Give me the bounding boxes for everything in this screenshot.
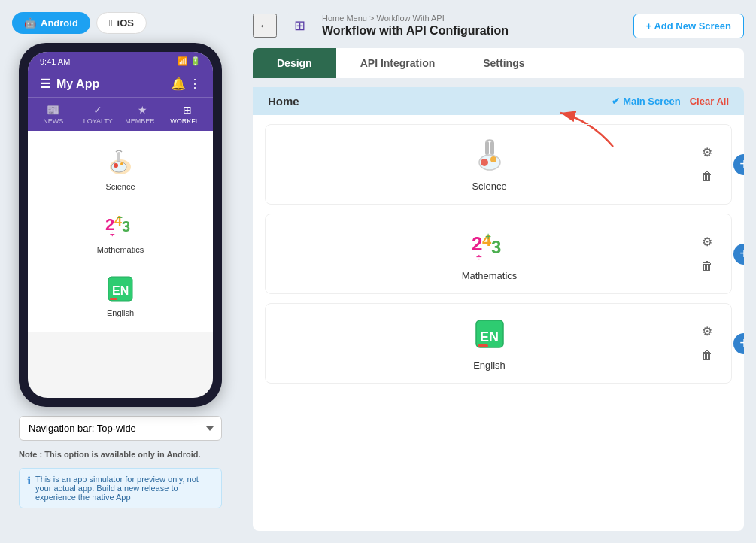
- science-settings-icon[interactable]: ⚙: [698, 144, 716, 162]
- math-delete-icon[interactable]: 🗑: [698, 257, 716, 275]
- page-title: Workflow with API Configuration: [322, 24, 509, 38]
- bell-icon: 🔔 ⋮: [171, 77, 201, 90]
- apple-icon: : [109, 17, 113, 29]
- svg-rect-13: [110, 298, 117, 300]
- phone-status-icons: 📶 🔋: [178, 56, 201, 66]
- svg-text:EN: EN: [112, 284, 129, 297]
- item-card-math: 2 4 3 ÷ + Mathematics ⚙ 🗑: [265, 214, 732, 294]
- android-tab[interactable]: 🤖 Android: [12, 12, 90, 34]
- english-actions: ⚙ 🗑: [698, 323, 716, 365]
- svg-point-3: [114, 163, 118, 168]
- math-content: 2 4 3 ÷ + Mathematics: [281, 226, 698, 281]
- svg-point-19: [490, 156, 496, 162]
- svg-text:÷: ÷: [110, 229, 115, 240]
- nav-news-label: NEWS: [43, 117, 63, 125]
- main-screen-badge: ✔ Main Screen: [612, 96, 681, 107]
- phone-english-label: English: [107, 308, 134, 317]
- nav-workflow[interactable]: ⊞ WORKFL...: [165, 104, 211, 125]
- news-icon: 📰: [47, 104, 59, 116]
- phone-item-math: 2 4 3 ÷ + Mathematics: [37, 203, 204, 260]
- add-screen-button[interactable]: + Add New Screen: [633, 14, 744, 38]
- main-screen-label: Main Screen: [623, 96, 681, 107]
- phone-header-actions: 🔔 ⋮: [171, 77, 201, 91]
- svg-rect-15: [485, 141, 489, 155]
- back-icon: ←: [258, 18, 272, 34]
- math-settings-icon[interactable]: ⚙: [698, 233, 716, 251]
- math-icon: 2 4 3 ÷ +: [470, 226, 509, 265]
- android-icon: 🤖: [24, 17, 36, 29]
- svg-text:÷: ÷: [476, 251, 482, 263]
- svg-point-4: [120, 162, 123, 165]
- breadcrumb-wrap: Home Menu > Workflow With API Workflow w…: [322, 14, 509, 38]
- left-panel: 🤖 Android  iOS 9:41 AM 📶 🔋 ☰ My App 🔔 ⋮: [0, 0, 241, 543]
- nav-workflow-label: WORKFL...: [170, 117, 205, 125]
- home-row: Home ✔ Main Screen Clear All: [253, 87, 744, 115]
- phone-status-bar: 9:41 AM 📶 🔋: [28, 52, 213, 71]
- english-phone-icon: EN: [104, 272, 137, 305]
- home-row-right: ✔ Main Screen Clear All: [612, 96, 729, 107]
- svg-rect-16: [490, 141, 494, 155]
- nav-loyalty[interactable]: ✓ LOYALTY: [76, 104, 121, 125]
- tab-settings[interactable]: Settings: [459, 48, 548, 78]
- info-message: This is an app simulator for preview onl…: [35, 475, 214, 502]
- tab-settings-label: Settings: [483, 57, 524, 69]
- item-card-science: Science ⚙ 🗑: [265, 124, 732, 205]
- items-container: Science ⚙ 🗑 + 2 4 3: [253, 124, 744, 384]
- right-panel: ← ⊞ Home Menu > Workflow With API Workfl…: [241, 0, 756, 543]
- item-card-english: EN English ⚙ 🗑: [265, 303, 732, 384]
- home-label: Home: [268, 95, 299, 108]
- tab-api-integration[interactable]: API Integration: [336, 48, 460, 78]
- plus-button-english[interactable]: +: [733, 333, 744, 354]
- phone-math-label: Mathematics: [97, 245, 144, 254]
- nav-bar-select-wrap: Navigation bar: Top-wide: [19, 416, 222, 441]
- science-actions: ⚙ 🗑: [698, 144, 716, 186]
- nav-member-label: MEMBER...: [125, 117, 160, 125]
- svg-text:3: 3: [491, 237, 501, 257]
- back-button[interactable]: ←: [253, 14, 277, 38]
- tabs-bar: Design API Integration Settings: [253, 48, 744, 78]
- phone-mockup: 9:41 AM 📶 🔋 ☰ My App 🔔 ⋮ 📰 NEWS: [19, 43, 222, 407]
- check-circle-icon: ✔: [612, 96, 620, 107]
- nav-member[interactable]: ★ MEMBER...: [120, 104, 165, 125]
- note-content: This option is available only in Android…: [44, 450, 200, 459]
- clear-all-label: Clear All: [690, 96, 729, 107]
- phone-header: ☰ My App 🔔 ⋮: [28, 71, 213, 97]
- tab-design[interactable]: Design: [253, 48, 336, 78]
- top-bar-left: ← ⊞ Home Menu > Workflow With API Workfl…: [253, 12, 509, 39]
- ios-label: iOS: [117, 17, 134, 29]
- note-label: Note :: [19, 450, 42, 459]
- loyalty-icon: ✓: [93, 104, 102, 116]
- science-label: Science: [472, 180, 506, 192]
- note-text: Note : This option is available only in …: [19, 450, 222, 459]
- platform-tabs: 🤖 Android  iOS: [12, 12, 229, 34]
- phone-content: Science 2 4 3 ÷ + Mathematics: [28, 131, 213, 332]
- english-delete-icon[interactable]: 🗑: [698, 347, 716, 365]
- plus-button-science[interactable]: +: [733, 154, 744, 175]
- tab-design-label: Design: [277, 57, 312, 69]
- math-label: Mathematics: [462, 270, 518, 281]
- phone-time: 9:41 AM: [40, 57, 70, 66]
- plus-button-math[interactable]: +: [733, 244, 744, 265]
- content-area: Home ✔ Main Screen Clear All: [253, 87, 744, 531]
- android-label: Android: [41, 17, 78, 29]
- clear-all-button[interactable]: Clear All: [690, 96, 729, 107]
- nav-loyalty-label: LOYALTY: [83, 117, 113, 125]
- svg-point-18: [481, 159, 488, 166]
- science-delete-icon[interactable]: 🗑: [698, 168, 716, 186]
- phone-item-science: Science: [37, 140, 204, 197]
- svg-text:EN: EN: [480, 329, 499, 344]
- nav-bar-select[interactable]: Navigation bar: Top-wide: [19, 416, 222, 441]
- english-content: EN English: [281, 316, 698, 371]
- ios-tab[interactable]:  iOS: [96, 12, 147, 34]
- workflow-nav-icon: ⊞: [183, 104, 192, 116]
- math-actions: ⚙ 🗑: [698, 233, 716, 275]
- english-settings-icon[interactable]: ⚙: [698, 323, 716, 341]
- nav-news[interactable]: 📰 NEWS: [31, 104, 76, 125]
- svg-point-2: [111, 162, 126, 172]
- phone-item-english: EN English: [37, 266, 204, 323]
- breadcrumb: Home Menu > Workflow With API: [322, 14, 509, 23]
- phone-science-label: Science: [105, 182, 135, 191]
- english-icon: EN: [470, 316, 509, 355]
- science-icon: [470, 137, 509, 176]
- member-icon: ★: [138, 104, 147, 116]
